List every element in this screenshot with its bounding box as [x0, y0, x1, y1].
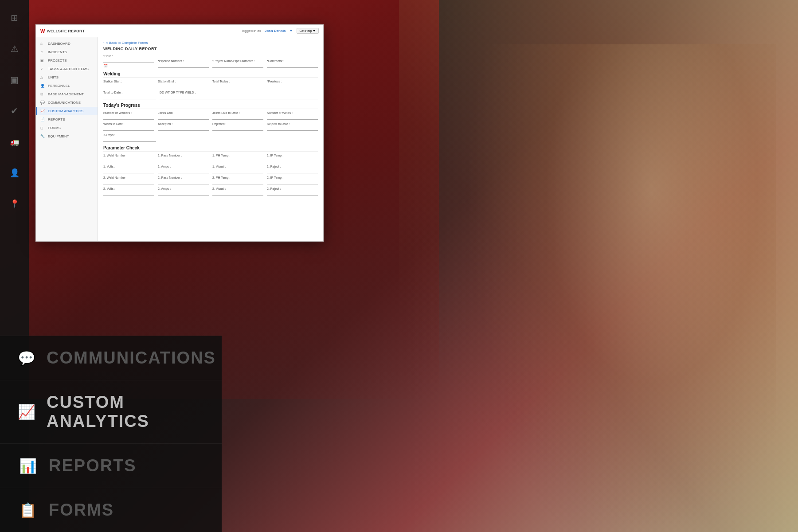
volts-1-field: 1. Volts :: [103, 165, 154, 173]
visual-1-input[interactable]: [212, 169, 263, 173]
sidebar-item-projects[interactable]: ▣ PROJECTS: [36, 56, 98, 65]
calendar-icon[interactable]: 📅: [103, 64, 154, 68]
contractor-input[interactable]: [267, 63, 318, 68]
ip-temp-2-label: 2. IP Temp :: [267, 176, 318, 179]
project-input[interactable]: [212, 63, 263, 68]
header-fields-row: *Date : 📅 *Pipeline Number : *Project Na…: [103, 55, 318, 68]
rejects-to-date-label: Rejects to Date :: [267, 122, 318, 125]
sidebar-icon-incidents[interactable]: ⚠: [6, 40, 23, 58]
volts-2-input[interactable]: [103, 191, 154, 196]
back-link[interactable]: ‹ < Back to Complete Forms: [103, 41, 318, 45]
sidebar-item-reports[interactable]: 📄 REPORTS: [36, 115, 98, 124]
sidebar-icon-projects[interactable]: ▣: [6, 71, 23, 89]
reject-2-input[interactable]: [267, 191, 318, 196]
sidebar-item-custom-analytics[interactable]: 📈 CUSTOM ANALYTICS: [36, 107, 98, 115]
help-button[interactable]: Get Help ▼: [297, 28, 319, 34]
sidebar-item-tasks[interactable]: ✓ TASKS & ACTION ITEMS: [36, 65, 98, 73]
sidebar-item-communications[interactable]: 💬 COMMUNICATIONS: [36, 98, 98, 107]
welds-to-date-field: Welds to Date :: [103, 122, 154, 131]
sidebar-label-projects: PROJECTS: [48, 59, 67, 63]
contractor-label: *Contractor :: [267, 59, 318, 63]
amps-2-field: 2. Amps :: [158, 187, 209, 196]
station-end-input[interactable]: [158, 84, 209, 88]
dd-wt-input[interactable]: [160, 95, 318, 99]
ph-temp-2-input[interactable]: [212, 180, 263, 184]
sidebar-label-dashboard: DASHBOARD: [48, 42, 70, 46]
visual-2-input[interactable]: [212, 191, 263, 196]
reject-2-label: 2. Reject :: [267, 187, 318, 190]
sidebar-item-personnel[interactable]: 👤 PERSONNEL: [36, 82, 98, 90]
sidebar-icon-location[interactable]: 📍: [6, 195, 23, 213]
app-layout: ⌂ DASHBOARD ⚠ INCIDENTS ▣ PROJECTS ✓ TAS…: [36, 37, 323, 241]
bottom-nav-reports[interactable]: 📊 REPORTS: [0, 443, 222, 488]
xrays-input[interactable]: [103, 137, 156, 142]
date-input[interactable]: [103, 59, 154, 63]
reject-1-input[interactable]: [267, 169, 318, 173]
joints-laid-label: Joints Laid :: [158, 111, 209, 114]
visual-2-label: 2. Visual :: [212, 187, 263, 190]
previous-input[interactable]: [267, 84, 318, 88]
station-start-field: Station Start :: [103, 80, 154, 88]
sidebar-item-base-management[interactable]: ⊞ BASE MANAGEMENT: [36, 90, 98, 98]
bottom-nav-custom-analytics[interactable]: 📈 CUSTOM ANALYTICS: [0, 380, 222, 443]
num-welds-field: Number of Welds :: [267, 111, 318, 120]
joints-laid-input[interactable]: [158, 115, 209, 120]
total-today-label: Total Today :: [212, 80, 263, 83]
pass-num-2-field: 2. Pass Number :: [158, 176, 209, 184]
pipeline-input[interactable]: [158, 63, 209, 68]
reports-icon-s: 📄: [40, 117, 46, 121]
total-today-input[interactable]: [212, 84, 263, 88]
joints-laid-date-input[interactable]: [212, 115, 263, 120]
sidebar-icon-dashboard[interactable]: ⊞: [6, 9, 23, 27]
sidebar-icon-personnel[interactable]: 👤: [6, 164, 23, 182]
param-row1: 1. Weld Number : 1. Pass Number : 1. PH …: [103, 154, 318, 162]
weld-num-1-input[interactable]: [103, 158, 154, 162]
rejects-to-date-field: Rejects to Date :: [267, 122, 318, 131]
sidebar-item-units[interactable]: △ UNITS: [36, 73, 98, 82]
sidebar-icon-units[interactable]: 🚛: [6, 133, 23, 151]
rejects-to-date-input[interactable]: [267, 126, 318, 131]
project-name-field: *Project Name/Pipe Diameter :: [212, 59, 263, 68]
ph-temp-1-input[interactable]: [212, 158, 263, 162]
bottom-nav-forms[interactable]: 📋 FORMS: [0, 488, 222, 532]
rejected-input[interactable]: [212, 126, 263, 131]
volts-2-label: 2. Volts :: [103, 187, 154, 190]
num-welds-input[interactable]: [267, 115, 318, 120]
weld-num-2-input[interactable]: [103, 180, 154, 184]
amps-2-input[interactable]: [158, 191, 209, 196]
forms-icon-s: ◻: [40, 126, 46, 130]
station-start-input[interactable]: [103, 84, 154, 88]
visual-2-field: 2. Visual :: [212, 187, 263, 196]
sidebar-item-forms[interactable]: ◻ FORMS: [36, 124, 98, 132]
total-to-date-input[interactable]: [103, 95, 156, 99]
sidebar-label-incidents: INCIDENTS: [48, 50, 67, 54]
rejected-field: Rejected :: [212, 122, 263, 131]
sidebar-item-equipment[interactable]: 🔧 EQUIPMENT: [36, 132, 98, 141]
accepted-input[interactable]: [158, 126, 209, 131]
num-welds-label: Number of Welds :: [267, 111, 318, 114]
pass-num-1-input[interactable]: [158, 158, 209, 162]
user-dropdown-icon[interactable]: ▼: [289, 29, 293, 33]
custom-analytics-icon: 📈: [18, 403, 35, 420]
ph-temp-2-label: 2. PH Temp :: [212, 176, 263, 179]
sidebar-icon-tasks[interactable]: ✔: [6, 102, 23, 120]
bottom-nav-communications[interactable]: 💬 COMMUNICATIONS: [0, 336, 222, 380]
sidebar-label-communications: COMMUNICATIONS: [48, 101, 81, 105]
app-sidebar: ⌂ DASHBOARD ⚠ INCIDENTS ▣ PROJECTS ✓ TAS…: [36, 37, 98, 241]
joints-laid-date-field: Joints Laid to Date :: [212, 111, 263, 120]
sidebar-item-dashboard[interactable]: ⌂ DASHBOARD: [36, 39, 98, 48]
ip-temp-1-input[interactable]: [267, 158, 318, 162]
volts-1-input[interactable]: [103, 169, 154, 173]
weld-num-1-label: 1. Weld Number :: [103, 154, 154, 157]
num-welders-input[interactable]: [103, 115, 154, 120]
ip-temp-2-input[interactable]: [267, 180, 318, 184]
welding-row1: Station Start : Station End : Total Toda…: [103, 80, 318, 88]
sidebar-label-reports: REPORTS: [48, 117, 65, 121]
volts-1-label: 1. Volts :: [103, 165, 154, 168]
pass-num-2-input[interactable]: [158, 180, 209, 184]
amps-1-input[interactable]: [158, 169, 209, 173]
sidebar-item-incidents[interactable]: ⚠ INCIDENTS: [36, 48, 98, 56]
joints-laid-date-label: Joints Laid to Date :: [212, 111, 263, 114]
communications-label: COMMUNICATIONS: [47, 348, 216, 368]
welds-to-date-input[interactable]: [103, 126, 154, 131]
